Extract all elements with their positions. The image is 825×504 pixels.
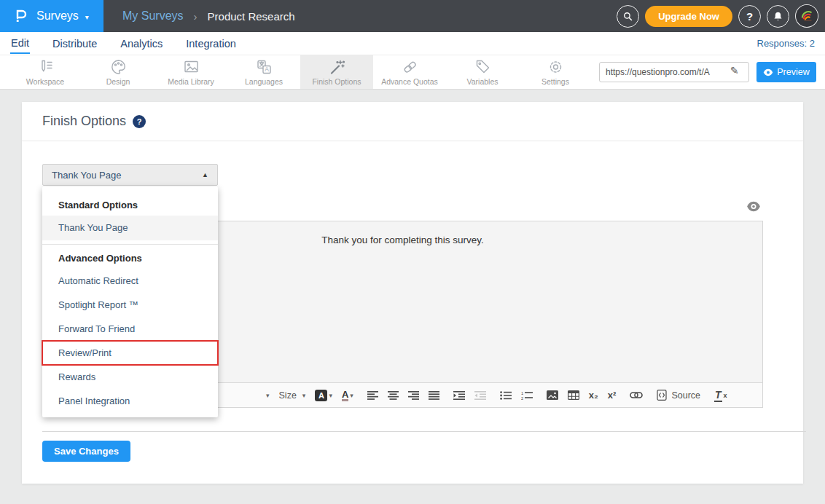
questionpro-logo-icon — [12, 7, 30, 25]
ribbon-item-advance-quotas[interactable]: Advance Quotas — [373, 55, 446, 89]
breadcrumb: My Surveys › Product Research — [122, 9, 617, 23]
card-header: Finish Options ? — [42, 114, 146, 129]
topbar-actions: Upgrade Now ? — [617, 4, 825, 28]
indent-button[interactable] — [453, 391, 465, 400]
survey-url-input[interactable] — [599, 62, 749, 82]
link-icon — [630, 390, 643, 401]
chain-links-icon — [401, 59, 419, 75]
page-title: Finish Options — [42, 114, 126, 129]
background-color-button[interactable]: A ▾ — [315, 390, 332, 401]
title-help-icon[interactable]: ? — [133, 115, 146, 128]
save-divider — [42, 431, 806, 432]
font-combo-button[interactable]: ▾ — [266, 392, 270, 399]
insert-table-icon — [568, 390, 579, 400]
image-frame-icon — [182, 59, 200, 75]
tab-edit[interactable]: Edit — [10, 34, 30, 54]
justify-button[interactable] — [429, 391, 439, 400]
ribbon-item-languages[interactable]: A Languages — [227, 55, 300, 89]
search-button[interactable] — [617, 5, 639, 28]
bell-icon — [772, 10, 784, 23]
ribbon-item-settings[interactable]: Settings — [519, 55, 592, 89]
align-left-button[interactable] — [367, 391, 378, 400]
eye-icon — [746, 201, 761, 212]
help-button[interactable]: ? — [738, 5, 761, 28]
palette-icon — [109, 59, 128, 75]
menu-header-advanced: Advanced Options — [42, 248, 218, 269]
insert-link-button[interactable] — [630, 390, 643, 401]
notifications-button[interactable] — [767, 5, 789, 28]
upgrade-now-button[interactable]: Upgrade Now — [645, 6, 732, 27]
question-icon: ? — [746, 10, 753, 23]
numbered-list-icon: 1 2 — [521, 391, 533, 400]
edit-ribbon: Workspace Design Media Library A Langua — [0, 55, 825, 90]
outdent-button[interactable] — [474, 391, 486, 400]
ribbon-item-variables[interactable]: Variables — [446, 55, 519, 89]
menu-item-forward-to-friend[interactable]: Forward To Friend — [42, 317, 218, 341]
breadcrumb-separator: › — [194, 10, 198, 23]
translate-icon: A — [255, 59, 273, 75]
menu-item-spotlight-report[interactable]: Spotlight Report ™ — [42, 293, 218, 317]
align-right-icon — [408, 391, 419, 400]
search-icon — [622, 10, 634, 23]
menu-item-thank-you-page[interactable]: Thank You Page — [42, 216, 218, 240]
chevron-down-icon: ▾ — [85, 13, 89, 21]
chevron-down-icon: ▾ — [350, 392, 353, 399]
insert-table-button[interactable] — [568, 390, 579, 400]
insert-image-button[interactable] — [547, 390, 558, 400]
ribbon-item-design[interactable]: Design — [82, 55, 155, 89]
tab-integration[interactable]: Integration — [185, 34, 237, 53]
chevron-down-icon: ▾ — [329, 392, 332, 399]
text-color-button[interactable]: A ▾ — [342, 390, 353, 401]
visibility-toggle[interactable] — [746, 201, 761, 213]
chevron-down-icon: ▾ — [302, 392, 306, 399]
account-logo-icon — [797, 5, 818, 26]
tag-icon — [474, 59, 492, 75]
bullet-list-button[interactable] — [500, 391, 512, 400]
tab-distribute[interactable]: Distribute — [52, 34, 98, 53]
topbar: Surveys ▾ My Surveys › Product Research … — [0, 0, 825, 32]
tab-analytics[interactable]: Analytics — [120, 34, 163, 53]
menu-item-review-print[interactable]: Review/Print — [42, 341, 218, 365]
product-switcher[interactable]: Surveys ▾ — [0, 0, 103, 32]
indent-icon — [453, 391, 465, 400]
save-changes-button[interactable]: Save Changes — [42, 441, 130, 462]
align-right-button[interactable] — [408, 391, 419, 400]
menu-separator — [42, 244, 218, 245]
ribbon-item-media-library[interactable]: Media Library — [155, 55, 227, 89]
source-doc-icon — [657, 390, 667, 401]
preview-button[interactable]: Preview — [756, 62, 816, 82]
ribbon-item-workspace[interactable]: Workspace — [9, 55, 82, 89]
svg-text:A: A — [265, 66, 269, 73]
account-avatar[interactable] — [795, 4, 818, 28]
edit-url-pencil-icon[interactable]: ✎ — [730, 65, 739, 76]
questionpro-app: Surveys ▾ My Surveys › Product Research … — [0, 0, 825, 504]
menu-item-rewards[interactable]: Rewards — [42, 365, 218, 389]
workspace-icon — [36, 59, 55, 75]
align-center-icon — [388, 391, 399, 400]
justify-icon — [429, 391, 439, 400]
finish-options-menu: Standard Options Thank You Page Advanced… — [42, 186, 218, 417]
remove-format-button[interactable]: Tx — [714, 389, 727, 402]
eye-icon — [763, 68, 773, 76]
breadcrumb-my-surveys[interactable]: My Surveys — [122, 9, 184, 23]
chevron-up-icon: ▲ — [202, 171, 208, 178]
gear-icon — [547, 59, 565, 75]
finish-options-card: Finish Options ? Thank You Page ▲ Thank … — [22, 102, 803, 484]
magic-wand-icon — [328, 59, 346, 75]
superscript-button[interactable]: x² — [608, 390, 617, 401]
responses-count[interactable]: Responses: 2 — [757, 38, 816, 49]
align-center-button[interactable] — [388, 391, 399, 400]
insert-image-icon — [547, 390, 558, 400]
finish-option-select[interactable]: Thank You Page ▲ — [42, 164, 218, 186]
menu-item-automatic-redirect[interactable]: Automatic Redirect — [42, 269, 218, 293]
outdent-icon — [474, 391, 486, 400]
ribbon-item-finish-options[interactable]: Finish Options — [300, 55, 373, 89]
header-divider — [22, 141, 803, 141]
svg-text:2: 2 — [521, 395, 523, 399]
source-button[interactable]: Source — [657, 390, 700, 401]
subscript-button[interactable]: x₂ — [589, 390, 598, 401]
numbered-list-button[interactable]: 1 2 — [521, 391, 533, 400]
size-combo-button[interactable]: Size ▾ — [279, 390, 306, 401]
menu-header-standard: Standard Options — [42, 197, 218, 214]
menu-item-panel-integration[interactable]: Panel Integration — [42, 389, 218, 413]
